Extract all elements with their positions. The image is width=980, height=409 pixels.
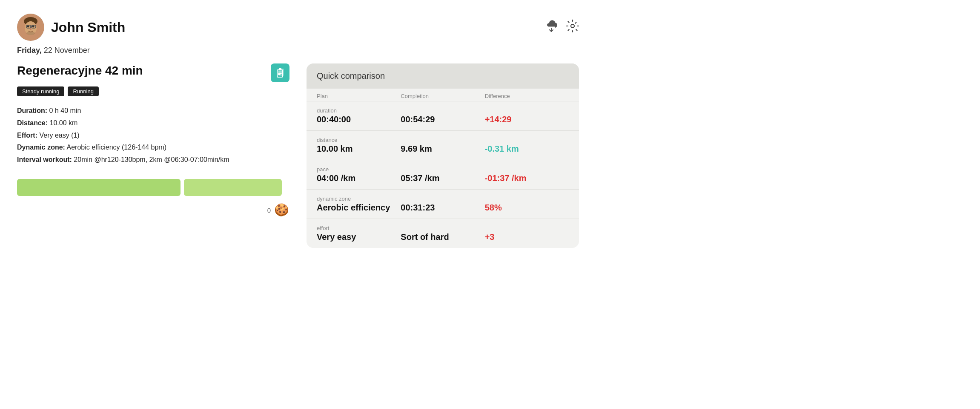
qc-row: distance 10.00 km 9.69 km -0.31 km (307, 130, 579, 160)
qc-cell-plan: pace 04:00 /km (317, 166, 401, 183)
distance-value: 10.00 km (49, 119, 77, 127)
duration-value: 0 h 40 min (49, 107, 81, 114)
effort-value: Very easy (1) (39, 132, 79, 139)
qc-cell-completion: 00:54:29 (401, 115, 484, 124)
effort-label: Effort: (17, 132, 37, 139)
qc-row: effort Very easy Sort of hard +3 (307, 219, 579, 248)
tags-row: Steady running Running (17, 86, 289, 96)
qc-col-plan: Plan (317, 93, 401, 99)
qc-cell-difference: -01:37 /km (485, 173, 569, 183)
interval-value: 20min @hr120-130bpm, 2km @06:30-07:00min… (74, 156, 229, 163)
user-name: John Smith (51, 20, 125, 35)
qc-row: dynamic zone Aerobic efficiency 00:31:23… (307, 189, 579, 219)
qc-col-difference: Difference (485, 93, 569, 99)
svg-point-4 (32, 26, 34, 28)
qc-cell-plan: dynamic zone Aerobic efficiency (317, 196, 401, 213)
svg-point-3 (27, 26, 29, 28)
svg-point-9 (26, 32, 35, 35)
progress-bar-2 (184, 179, 282, 196)
comment-count: 0 (267, 207, 271, 214)
svg-point-8 (30, 28, 32, 30)
qc-cell-plan: distance 10.00 km (317, 137, 401, 154)
workout-title: Regeneracyjne 42 min (17, 64, 143, 78)
qc-cell-difference: 58% (485, 203, 569, 213)
svg-point-11 (571, 24, 574, 28)
qc-rows: duration 00:40:00 00:54:29 +14:29 distan… (307, 101, 579, 248)
workout-details: Duration: 0 h 40 min Distance: 10.00 km … (17, 105, 289, 166)
emoji-icon[interactable]: 🍪 (274, 203, 289, 218)
date-text: 22 November (44, 46, 90, 55)
svg-rect-17 (279, 68, 281, 70)
qc-cell-difference: -0.31 km (485, 144, 569, 154)
date-line: Friday, 22 November (17, 46, 579, 55)
tag-steady-running: Steady running (17, 86, 64, 96)
qc-cell-plan: duration 00:40:00 (317, 107, 401, 124)
qc-cell-difference: +14:29 (485, 115, 569, 124)
date-day: Friday, (17, 46, 42, 55)
qc-row: duration 00:40:00 00:54:29 +14:29 (307, 101, 579, 130)
duration-label: Duration: (17, 107, 47, 114)
quick-comparison-panel: Quick comparison Plan Completion Differe… (307, 63, 579, 248)
qc-cell-completion: 05:37 /km (401, 173, 484, 183)
qc-row: pace 04:00 /km 05:37 /km -01:37 /km (307, 160, 579, 189)
qc-cell-completion: 00:31:23 (401, 203, 484, 213)
dynamic-zone-value: Aerobic efficiency (126-144 bpm) (66, 144, 166, 151)
qc-cell-plan: effort Very easy (317, 225, 401, 242)
interval-label: Interval workout: (17, 156, 72, 163)
settings-icon[interactable] (566, 20, 579, 35)
dynamic-zone-label: Dynamic zone: (17, 144, 65, 151)
download-icon[interactable] (545, 20, 558, 35)
qc-col-headers: Plan Completion Difference (307, 89, 579, 101)
qc-title: Quick comparison (307, 63, 579, 89)
qc-cell-completion: 9.69 km (401, 144, 484, 154)
distance-label: Distance: (17, 119, 48, 127)
qc-col-completion: Completion (401, 93, 484, 99)
qc-cell-difference: +3 (485, 232, 569, 242)
comment-row: 0 🍪 (17, 203, 289, 218)
qc-cell-completion: Sort of hard (401, 232, 484, 242)
avatar (17, 14, 44, 41)
progress-bar-1 (17, 179, 181, 196)
tag-running: Running (68, 86, 98, 96)
progress-bars (17, 179, 289, 196)
clipboard-button[interactable] (271, 63, 289, 82)
